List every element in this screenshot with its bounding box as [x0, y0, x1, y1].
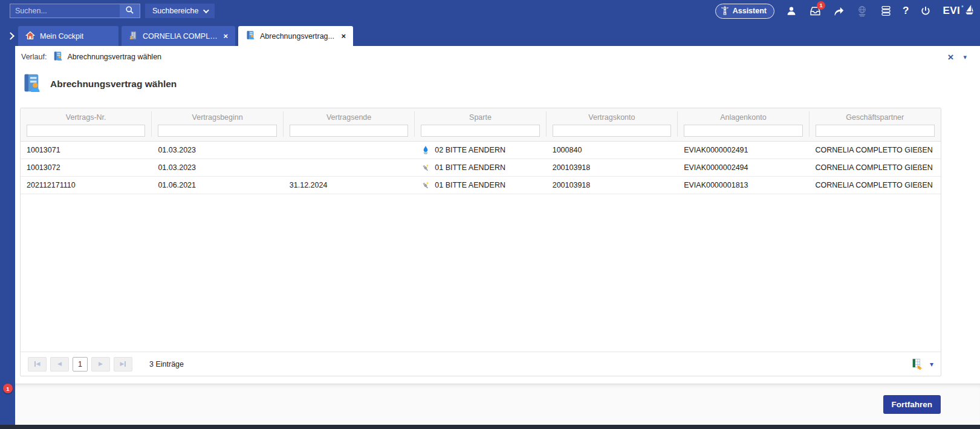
contract-icon-large: [21, 73, 42, 96]
filter-input-geschaeftspartner[interactable]: [816, 125, 935, 137]
cell-vertragsende: 31.12.2024: [284, 177, 415, 194]
column-header-vertragskonto[interactable]: Vertragskonto: [547, 111, 678, 125]
alert-badge[interactable]: 1: [3, 384, 13, 393]
bottom-edge-strip: [0, 425, 980, 429]
database-icon[interactable]: [879, 4, 892, 18]
content-panel: Verlauf: Abrechnungsvertrag wählen ×: [15, 46, 980, 425]
cell-vertragsende: [284, 159, 415, 176]
filter-input-vertragskonto[interactable]: [553, 125, 671, 137]
tab-abrechnungsvertrag[interactable]: Abrechnungsvertrag... ×: [238, 26, 353, 46]
cell-vertragskonto: 1000840: [547, 142, 678, 159]
panel-menu-caret-icon[interactable]: ▾: [963, 53, 967, 61]
breadcrumb-item[interactable]: Abrechnungsvertrag wählen: [53, 51, 161, 63]
page-header: Abrechnungsvertrag wählen: [15, 65, 980, 104]
fortfahren-button[interactable]: Fortfahren: [883, 395, 941, 414]
column-header-sparte[interactable]: Sparte: [415, 111, 546, 125]
geo-globe-icon: [855, 4, 869, 18]
next-page-button[interactable]: ▶: [91, 357, 110, 372]
tab-mein-cockpit[interactable]: Mein Cockpit: [18, 26, 118, 46]
home-icon: [25, 31, 35, 42]
top-bar: Suchbereiche Assistent 1: [0, 0, 980, 22]
contract-icon: [245, 30, 255, 42]
search-icon: [125, 5, 134, 17]
tab-close-icon[interactable]: ×: [341, 32, 346, 40]
user-icon[interactable]: [785, 4, 798, 18]
gas-icon: [421, 145, 430, 155]
lighthouse-icon: [721, 5, 729, 17]
column-header-geschaeftspartner[interactable]: Geschäftspartner: [810, 111, 941, 125]
tab-bar: Mein Cockpit CORNELIA COMPLET... ×: [0, 22, 980, 46]
global-search: [10, 4, 140, 18]
help-icon[interactable]: ?: [903, 5, 909, 17]
assistent-button[interactable]: Assistent: [715, 4, 774, 19]
cell-vertragsende: [284, 142, 415, 159]
building-icon: [129, 31, 138, 42]
filter-input-sparte[interactable]: [421, 125, 539, 137]
prev-page-icon: ◀: [57, 361, 62, 367]
power-icon[interactable]: [919, 4, 932, 18]
column-header-vertrags-nr[interactable]: Vertrags-Nr.: [21, 111, 152, 125]
column-header-vertragsbeginn[interactable]: Vertragsbeginn: [152, 111, 283, 125]
table-empty-area: [21, 194, 941, 352]
filter-input-vertragsende[interactable]: [290, 125, 408, 137]
brand-text: EVI: [943, 5, 960, 17]
sparte-label: 01 BITTE AENDERN: [435, 181, 505, 189]
table-row[interactable]: 202112171110 01.06.2021 31.12.2024: [21, 177, 941, 194]
tab-label: Mein Cockpit: [40, 32, 83, 41]
breadcrumb: Verlauf: Abrechnungsvertrag wählen ×: [15, 46, 980, 65]
assistent-label: Assistent: [733, 7, 767, 15]
redo-arrow-icon[interactable]: [832, 4, 845, 18]
cell-sparte: 01 BITTE AENDERN: [415, 177, 546, 194]
cell-sparte: 02 BITTE AENDERN: [415, 142, 546, 159]
inbox-count-badge: 1: [817, 1, 825, 10]
prev-page-button[interactable]: ◀: [50, 357, 69, 372]
excel-export-button[interactable]: [912, 358, 924, 370]
tab-label: Abrechnungsvertrag...: [260, 32, 334, 41]
page-title: Abrechnungsvertrag wählen: [50, 79, 177, 90]
panel-close-icon[interactable]: ×: [948, 52, 954, 62]
sparte-label: 02 BITTE AENDERN: [435, 146, 505, 154]
inbox-icon[interactable]: 1: [808, 4, 822, 18]
cell-sparte: 01 BITTE AENDERN: [415, 159, 546, 176]
filter-input-anlagenkonto[interactable]: [684, 125, 802, 137]
tab-label: CORNELIA COMPLET...: [143, 32, 218, 41]
table-row[interactable]: 10013072 01.03.2023: [21, 159, 941, 177]
evi-logo: EVI°: [943, 4, 974, 18]
tab-close-icon[interactable]: ×: [223, 32, 228, 40]
suchbereiche-label: Suchbereiche: [152, 7, 198, 15]
cell-vertragsbeginn: 01.03.2023: [152, 142, 283, 159]
cell-vertragskonto: 200103918: [547, 159, 678, 176]
export-options-caret-icon[interactable]: ▾: [930, 360, 933, 368]
cell-vertragskonto: 200103918: [547, 177, 678, 194]
cell-anlagenkonto: EVIAK0000002491: [678, 142, 809, 159]
suchbereiche-button[interactable]: Suchbereiche: [145, 4, 215, 18]
search-input[interactable]: [10, 4, 120, 18]
cell-vertragsbeginn: 01.03.2023: [152, 159, 283, 176]
current-page-button[interactable]: 1: [73, 357, 88, 372]
tab-cornelia-completto[interactable]: CORNELIA COMPLET... ×: [122, 26, 235, 46]
filter-input-vertragsbeginn[interactable]: [158, 125, 276, 137]
cell-vertrags-nr: 202112171110: [21, 177, 152, 194]
column-header-vertragsende[interactable]: Vertragsende: [284, 111, 415, 125]
sidebar-expand-chevron[interactable]: [2, 25, 18, 46]
column-header-anlagenkonto[interactable]: Anlagenkonto: [678, 111, 809, 125]
next-page-icon: ▶: [99, 361, 103, 367]
entries-count-label: 3 Einträge: [149, 360, 184, 368]
chevron-down-icon: [203, 7, 209, 13]
filter-input-vertrags-nr[interactable]: [27, 125, 145, 137]
chevron-right-icon: [7, 32, 15, 40]
table-header: Vertrags-Nr. Vertragsbeginn Vertragsende…: [21, 108, 941, 142]
cell-vertragsbeginn: 01.06.2021: [152, 177, 283, 194]
cell-vertrags-nr: 10013072: [21, 159, 152, 176]
contract-icon: [53, 51, 63, 63]
action-footer: Fortfahren: [15, 384, 980, 425]
sailboat-icon: [965, 4, 974, 18]
table-row[interactable]: 10013071 01.03.2023: [21, 142, 941, 159]
sparte-label: 01 BITTE AENDERN: [435, 163, 505, 172]
first-page-button[interactable]: ◀: [28, 357, 47, 372]
last-page-button[interactable]: ▶: [114, 357, 132, 372]
search-button[interactable]: [120, 4, 140, 18]
cell-vertrags-nr: 10013071: [21, 142, 152, 159]
first-page-icon: [34, 361, 36, 367]
cell-anlagenkonto: EVIAK0000002494: [678, 159, 809, 176]
